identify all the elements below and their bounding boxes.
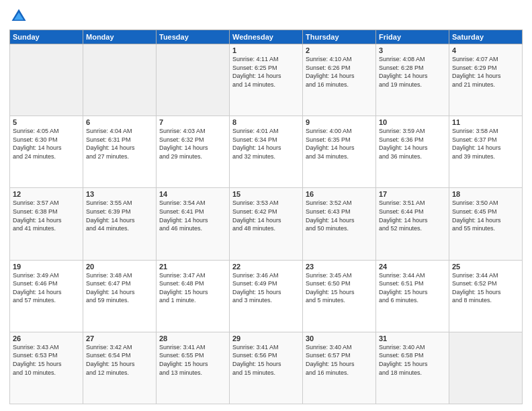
calendar-cell: [449, 332, 523, 404]
day-number: 12: [13, 190, 80, 198]
calendar-cell: 28Sunrise: 3:41 AM Sunset: 6:55 PM Dayli…: [157, 332, 230, 404]
day-info: Sunrise: 3:41 AM Sunset: 6:56 PM Dayligh…: [232, 343, 300, 377]
day-info: Sunrise: 3:50 AM Sunset: 6:45 PM Dayligh…: [452, 199, 519, 232]
day-number: 23: [306, 263, 373, 271]
logo: [9, 7, 32, 26]
calendar-cell: 9Sunrise: 4:00 AM Sunset: 6:35 PM Daylig…: [303, 116, 376, 188]
day-number: 2: [306, 46, 373, 54]
day-number: 14: [159, 190, 226, 198]
day-number: 21: [159, 263, 226, 271]
day-number: 18: [452, 190, 519, 198]
calendar-cell: 14Sunrise: 3:54 AM Sunset: 6:41 PM Dayli…: [157, 188, 230, 260]
weekday-header: Thursday: [303, 30, 376, 44]
calendar-cell: 24Sunrise: 3:44 AM Sunset: 6:51 PM Dayli…: [376, 260, 449, 332]
day-info: Sunrise: 3:41 AM Sunset: 6:55 PM Dayligh…: [159, 343, 226, 377]
day-number: 26: [13, 334, 80, 342]
day-number: 11: [452, 118, 519, 126]
day-number: 31: [379, 334, 446, 342]
calendar-cell: 5Sunrise: 4:05 AM Sunset: 6:30 PM Daylig…: [10, 116, 83, 188]
day-info: Sunrise: 3:55 AM Sunset: 6:39 PM Dayligh…: [86, 199, 153, 232]
calendar-cell: 4Sunrise: 4:07 AM Sunset: 6:29 PM Daylig…: [449, 44, 523, 116]
day-info: Sunrise: 3:49 AM Sunset: 6:46 PM Dayligh…: [13, 271, 80, 305]
day-info: Sunrise: 4:07 AM Sunset: 6:29 PM Dayligh…: [452, 55, 519, 89]
day-info: Sunrise: 3:48 AM Sunset: 6:47 PM Dayligh…: [86, 271, 153, 305]
day-info: Sunrise: 3:42 AM Sunset: 6:54 PM Dayligh…: [86, 343, 153, 377]
day-info: Sunrise: 3:46 AM Sunset: 6:49 PM Dayligh…: [232, 271, 300, 305]
day-number: 15: [232, 190, 300, 198]
weekday-header: Saturday: [449, 30, 523, 44]
day-info: Sunrise: 4:04 AM Sunset: 6:31 PM Dayligh…: [86, 127, 153, 161]
day-number: 1: [232, 46, 300, 54]
calendar: SundayMondayTuesdayWednesdayThursdayFrid…: [9, 30, 523, 404]
day-info: Sunrise: 3:57 AM Sunset: 6:38 PM Dayligh…: [13, 199, 80, 232]
calendar-cell: 20Sunrise: 3:48 AM Sunset: 6:47 PM Dayli…: [83, 260, 157, 332]
day-number: 8: [232, 118, 300, 126]
weekday-header: Sunday: [10, 30, 83, 44]
calendar-cell: 31Sunrise: 3:40 AM Sunset: 6:58 PM Dayli…: [376, 332, 449, 404]
calendar-cell: 11Sunrise: 3:58 AM Sunset: 6:37 PM Dayli…: [449, 116, 523, 188]
day-number: 3: [379, 46, 446, 54]
day-info: Sunrise: 3:52 AM Sunset: 6:43 PM Dayligh…: [306, 199, 373, 232]
day-number: 16: [306, 190, 373, 198]
calendar-week-row: 1Sunrise: 4:11 AM Sunset: 6:25 PM Daylig…: [10, 44, 523, 116]
weekday-header: Wednesday: [230, 30, 303, 44]
calendar-cell: [157, 44, 230, 116]
day-info: Sunrise: 4:05 AM Sunset: 6:30 PM Dayligh…: [13, 127, 80, 161]
calendar-cell: 21Sunrise: 3:47 AM Sunset: 6:48 PM Dayli…: [157, 260, 230, 332]
day-number: 13: [86, 190, 153, 198]
day-info: Sunrise: 3:45 AM Sunset: 6:50 PM Dayligh…: [306, 271, 373, 305]
day-number: 25: [452, 263, 519, 271]
weekday-header: Monday: [83, 30, 157, 44]
calendar-cell: 23Sunrise: 3:45 AM Sunset: 6:50 PM Dayli…: [303, 260, 376, 332]
day-info: Sunrise: 4:00 AM Sunset: 6:35 PM Dayligh…: [306, 127, 373, 161]
calendar-cell: 7Sunrise: 4:03 AM Sunset: 6:32 PM Daylig…: [157, 116, 230, 188]
calendar-cell: 26Sunrise: 3:43 AM Sunset: 6:53 PM Dayli…: [10, 332, 83, 404]
calendar-header-row: SundayMondayTuesdayWednesdayThursdayFrid…: [10, 30, 523, 44]
calendar-week-row: 26Sunrise: 3:43 AM Sunset: 6:53 PM Dayli…: [10, 332, 523, 404]
calendar-cell: 19Sunrise: 3:49 AM Sunset: 6:46 PM Dayli…: [10, 260, 83, 332]
calendar-cell: 6Sunrise: 4:04 AM Sunset: 6:31 PM Daylig…: [83, 116, 157, 188]
day-info: Sunrise: 4:10 AM Sunset: 6:26 PM Dayligh…: [306, 55, 373, 89]
calendar-cell: 17Sunrise: 3:51 AM Sunset: 6:44 PM Dayli…: [376, 188, 449, 260]
calendar-cell: [10, 44, 83, 116]
day-number: 17: [379, 190, 446, 198]
calendar-week-row: 5Sunrise: 4:05 AM Sunset: 6:30 PM Daylig…: [10, 116, 523, 188]
calendar-cell: 15Sunrise: 3:53 AM Sunset: 6:42 PM Dayli…: [230, 188, 303, 260]
day-info: Sunrise: 4:03 AM Sunset: 6:32 PM Dayligh…: [159, 127, 226, 161]
day-info: Sunrise: 3:44 AM Sunset: 6:52 PM Dayligh…: [452, 271, 519, 305]
calendar-cell: 3Sunrise: 4:08 AM Sunset: 6:28 PM Daylig…: [376, 44, 449, 116]
day-info: Sunrise: 3:47 AM Sunset: 6:48 PM Dayligh…: [159, 271, 226, 305]
day-info: Sunrise: 3:54 AM Sunset: 6:41 PM Dayligh…: [159, 199, 226, 232]
day-info: Sunrise: 3:59 AM Sunset: 6:36 PM Dayligh…: [379, 127, 446, 161]
weekday-header: Tuesday: [157, 30, 230, 44]
day-info: Sunrise: 3:53 AM Sunset: 6:42 PM Dayligh…: [232, 199, 300, 232]
day-number: 10: [379, 118, 446, 126]
calendar-cell: 22Sunrise: 3:46 AM Sunset: 6:49 PM Dayli…: [230, 260, 303, 332]
calendar-cell: 16Sunrise: 3:52 AM Sunset: 6:43 PM Dayli…: [303, 188, 376, 260]
calendar-cell: 12Sunrise: 3:57 AM Sunset: 6:38 PM Dayli…: [10, 188, 83, 260]
calendar-cell: 27Sunrise: 3:42 AM Sunset: 6:54 PM Dayli…: [83, 332, 157, 404]
weekday-header: Friday: [376, 30, 449, 44]
calendar-cell: 25Sunrise: 3:44 AM Sunset: 6:52 PM Dayli…: [449, 260, 523, 332]
calendar-week-row: 12Sunrise: 3:57 AM Sunset: 6:38 PM Dayli…: [10, 188, 523, 260]
calendar-cell: 1Sunrise: 4:11 AM Sunset: 6:25 PM Daylig…: [230, 44, 303, 116]
day-number: 20: [86, 263, 153, 271]
logo-icon: [9, 7, 28, 26]
calendar-cell: 2Sunrise: 4:10 AM Sunset: 6:26 PM Daylig…: [303, 44, 376, 116]
calendar-week-row: 19Sunrise: 3:49 AM Sunset: 6:46 PM Dayli…: [10, 260, 523, 332]
day-info: Sunrise: 4:01 AM Sunset: 6:34 PM Dayligh…: [232, 127, 300, 161]
day-info: Sunrise: 3:43 AM Sunset: 6:53 PM Dayligh…: [13, 343, 80, 377]
day-info: Sunrise: 3:40 AM Sunset: 6:58 PM Dayligh…: [379, 343, 446, 377]
day-number: 19: [13, 263, 80, 271]
header: [9, 7, 523, 26]
calendar-cell: 30Sunrise: 3:40 AM Sunset: 6:57 PM Dayli…: [303, 332, 376, 404]
day-number: 5: [13, 118, 80, 126]
day-number: 4: [452, 46, 519, 54]
calendar-cell: 13Sunrise: 3:55 AM Sunset: 6:39 PM Dayli…: [83, 188, 157, 260]
day-info: Sunrise: 3:58 AM Sunset: 6:37 PM Dayligh…: [452, 127, 519, 161]
day-info: Sunrise: 4:08 AM Sunset: 6:28 PM Dayligh…: [379, 55, 446, 89]
day-number: 29: [232, 334, 300, 342]
day-number: 9: [306, 118, 373, 126]
day-number: 27: [86, 334, 153, 342]
day-number: 24: [379, 263, 446, 271]
